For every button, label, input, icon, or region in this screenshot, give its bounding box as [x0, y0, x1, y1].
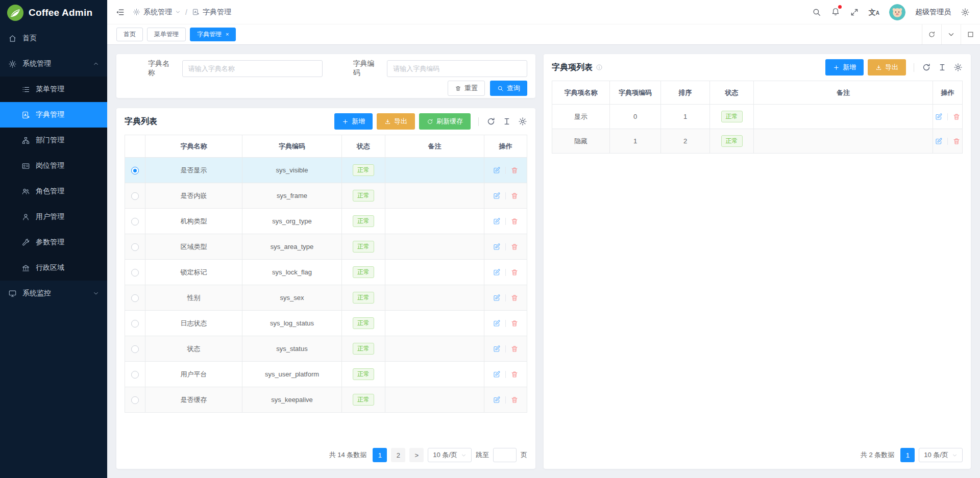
sidebar-item-role-management[interactable]: 角色管理: [0, 179, 107, 204]
sidebar-item-dict-management[interactable]: 字典管理: [0, 102, 107, 128]
table-row[interactable]: 机构类型 sys_org_type 正常: [125, 209, 527, 234]
sidebar-item-system-monitor[interactable]: 系统监控: [0, 281, 107, 306]
row-radio[interactable]: [131, 371, 139, 379]
translate-icon[interactable]: 文A: [869, 9, 879, 16]
sidebar-item-param-management[interactable]: 参数管理: [0, 230, 107, 255]
table-row[interactable]: 隐藏 1 2 正常: [552, 129, 963, 154]
page-size-select[interactable]: 10 条/页: [428, 448, 472, 462]
table-row[interactable]: 性别 sys_sex 正常: [125, 285, 527, 311]
page-button-1[interactable]: 1: [373, 448, 387, 462]
page-size-select[interactable]: 10 条/页: [919, 448, 963, 462]
radio-column-header: [125, 135, 145, 158]
menu-fold-icon[interactable]: [115, 8, 125, 17]
dict-name-input[interactable]: [182, 60, 323, 77]
delete-icon[interactable]: [510, 345, 519, 353]
page-button-1[interactable]: 1: [900, 448, 915, 462]
table-row[interactable]: 锁定标记 sys_lock_flag 正常: [125, 260, 527, 285]
next-page-button[interactable]: >: [409, 448, 424, 462]
edit-icon[interactable]: [935, 137, 943, 145]
delete-icon[interactable]: [510, 192, 519, 200]
delete-icon[interactable]: [510, 294, 519, 302]
row-radio[interactable]: [131, 269, 139, 276]
row-radio[interactable]: [131, 294, 139, 302]
delete-icon[interactable]: [510, 166, 519, 174]
row-radio[interactable]: [131, 192, 139, 200]
delete-icon[interactable]: [510, 243, 519, 251]
table-row[interactable]: 是否缓存 sys_keepalive 正常: [125, 387, 527, 413]
tab-dict-management[interactable]: 字典管理 ×: [190, 28, 236, 41]
download-icon: [875, 64, 882, 71]
tab-menu-management[interactable]: 菜单管理: [147, 28, 186, 41]
jump-page-input[interactable]: [493, 448, 517, 462]
row-radio[interactable]: [131, 218, 139, 225]
edit-icon[interactable]: [493, 319, 501, 328]
table-row[interactable]: 日志状态 sys_log_status 正常: [125, 311, 527, 336]
edit-icon[interactable]: [493, 166, 501, 174]
edit-icon[interactable]: [493, 268, 501, 276]
edit-icon[interactable]: [493, 243, 501, 251]
username[interactable]: 超级管理员: [915, 8, 951, 17]
refresh-table-icon[interactable]: [922, 63, 931, 72]
sidebar-item-admin-region[interactable]: 行政区域: [0, 255, 107, 281]
info-icon[interactable]: [596, 64, 603, 71]
column-settings-gear-icon[interactable]: [953, 63, 963, 72]
delete-icon[interactable]: [510, 268, 519, 276]
fullscreen-icon[interactable]: [850, 8, 859, 17]
export-item-button[interactable]: 导出: [868, 59, 906, 76]
column-settings-gear-icon[interactable]: [518, 117, 527, 126]
settings-gear-icon[interactable]: [961, 8, 970, 17]
row-radio[interactable]: [131, 167, 139, 174]
row-height-icon[interactable]: [502, 117, 511, 126]
table-row[interactable]: 是否显示 sys_visible 正常: [125, 158, 527, 183]
delete-icon[interactable]: [510, 217, 519, 225]
delete-icon[interactable]: [510, 396, 519, 404]
table-row[interactable]: 区域类型 sys_area_type 正常: [125, 234, 527, 260]
edit-icon[interactable]: [493, 192, 501, 200]
tab-options-button[interactable]: [941, 24, 961, 44]
edit-icon[interactable]: [493, 294, 501, 302]
notifications-button[interactable]: [831, 7, 840, 18]
delete-icon[interactable]: [510, 319, 519, 328]
table-row[interactable]: 状态 sys_status 正常: [125, 336, 527, 362]
delete-icon[interactable]: [952, 137, 961, 145]
sidebar-item-dept-management[interactable]: 部门管理: [0, 128, 107, 153]
query-button[interactable]: 查询: [490, 81, 527, 96]
edit-icon[interactable]: [493, 217, 501, 225]
row-height-icon[interactable]: [938, 63, 947, 72]
reset-button[interactable]: 重置: [448, 81, 485, 96]
avatar[interactable]: [889, 4, 905, 20]
sidebar-item-post-management[interactable]: 岗位管理: [0, 153, 107, 179]
refresh-tab-button[interactable]: [922, 24, 941, 44]
row-radio[interactable]: [131, 320, 139, 328]
row-radio[interactable]: [131, 396, 139, 404]
add-button[interactable]: 新增: [334, 113, 373, 130]
row-radio[interactable]: [131, 345, 139, 353]
table-row[interactable]: 是否内嵌 sys_frame 正常: [125, 183, 527, 209]
refresh-cache-button[interactable]: 刷新缓存: [419, 113, 471, 130]
close-icon[interactable]: ×: [226, 32, 229, 37]
edit-icon[interactable]: [935, 113, 943, 121]
add-item-button[interactable]: 新增: [825, 59, 864, 76]
edit-icon[interactable]: [493, 370, 501, 379]
dict-code-cell: sys_keepalive: [242, 387, 342, 413]
row-radio[interactable]: [131, 243, 139, 251]
delete-icon[interactable]: [510, 370, 519, 379]
maximize-button[interactable]: [961, 24, 980, 44]
export-button[interactable]: 导出: [377, 113, 415, 130]
search-icon[interactable]: [812, 8, 821, 17]
sidebar-item-home[interactable]: 首页: [0, 26, 107, 51]
sidebar-item-system-management[interactable]: 系统管理: [0, 51, 107, 77]
table-row[interactable]: 显示 0 1 正常: [552, 105, 963, 129]
breadcrumb-system-management[interactable]: 系统管理: [133, 8, 181, 17]
table-row[interactable]: 用户平台 sys_user_platform 正常: [125, 362, 527, 387]
dict-code-input[interactable]: [387, 60, 527, 77]
sidebar-item-user-management[interactable]: 用户管理: [0, 204, 107, 230]
refresh-table-icon[interactable]: [486, 117, 496, 126]
edit-icon[interactable]: [493, 345, 501, 353]
tab-home[interactable]: 首页: [116, 28, 143, 41]
delete-icon[interactable]: [952, 113, 961, 121]
page-button-2[interactable]: 2: [391, 448, 405, 462]
sidebar-item-menu-management[interactable]: 菜单管理: [0, 77, 107, 102]
app-logo[interactable]: Coffee Admin: [0, 0, 107, 26]
edit-icon[interactable]: [493, 396, 501, 404]
